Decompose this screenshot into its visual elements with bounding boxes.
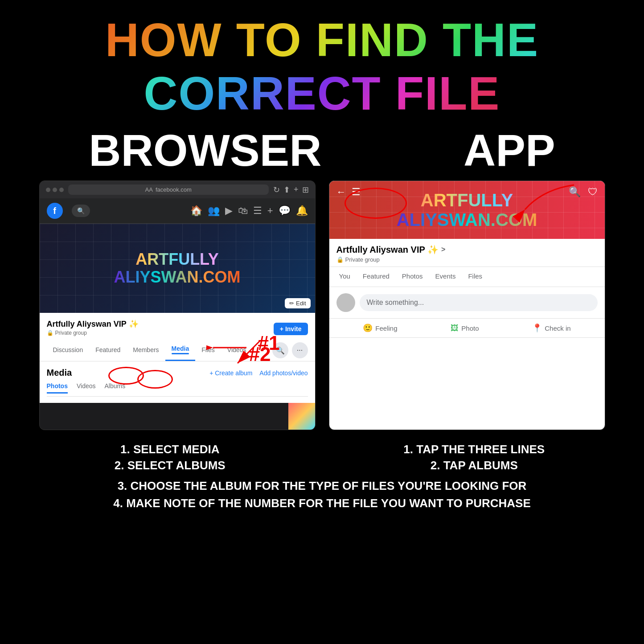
app-group-chevron: >	[441, 246, 445, 254]
lock-icon: 🔒	[47, 330, 53, 336]
tab-discussion[interactable]: Discussion	[47, 341, 90, 360]
browser-instr-1: 1. SELECT MEDIA	[33, 441, 307, 457]
fb-nav-icons: 🏠 👥 ▶ 🛍 ☰ + 💬 🔔	[190, 205, 308, 217]
subtab-photos[interactable]: Photos	[47, 382, 68, 394]
photo-action[interactable]: 🖼 Photo	[451, 323, 479, 333]
app-tab-photos[interactable]: Photos	[396, 267, 429, 287]
app-shield-icon[interactable]: 🛡	[588, 186, 598, 198]
browser-private-label: 🔒 Private group	[47, 330, 139, 336]
app-instructions: 1. TAP THE THREE LINES 2. TAP ALBUMS	[337, 441, 611, 474]
media-header: Media + Create album Add photos/video	[47, 368, 308, 378]
plus-icon: +	[294, 185, 299, 195]
plus-nav-icon: +	[267, 205, 273, 217]
browser-screenshot: AA facebook.com ↻ ⬆ + ⊞ f 🔍 🏠	[39, 180, 316, 430]
tab-members[interactable]: Members	[127, 341, 165, 360]
media-title: Media	[47, 368, 72, 378]
home-icon: 🏠	[190, 205, 202, 217]
people-icon: 👥	[208, 205, 220, 217]
fb-search: 🔍	[72, 205, 90, 217]
app-back-icon[interactable]: ←	[336, 186, 346, 198]
app-tab-events[interactable]: Events	[429, 267, 462, 287]
browser-url-bar: AA facebook.com	[68, 185, 269, 195]
photo-action-icon: 🖼	[451, 324, 459, 333]
checkin-icon: 📍	[532, 323, 542, 333]
app-tab-files[interactable]: Files	[462, 267, 488, 287]
browser-icons-right: ↻ ⬆ + ⊞	[273, 185, 309, 195]
edit-button[interactable]: ✏ Edit	[285, 298, 310, 308]
refresh-icon: ↻	[273, 185, 280, 195]
shared-instr-4: 4. MAKE NOTE OF THE NUMBER FOR THE FILE …	[27, 495, 617, 512]
media-section: Media + Create album Add photos/video Ph…	[40, 361, 315, 403]
grid-icon: ⊞	[302, 185, 309, 195]
app-user-avatar	[336, 293, 355, 312]
app-tab-featured[interactable]: Featured	[357, 267, 396, 287]
feeling-emoji-icon: 🙂	[363, 323, 373, 333]
app-private-label: 🔒 Private group	[336, 256, 598, 263]
browser-top-bar: AA facebook.com ↻ ⬆ + ⊞	[40, 181, 315, 198]
browser-dot-1	[46, 188, 50, 192]
messenger-icon: 💬	[279, 205, 291, 217]
cover-brand-text: ARTFULLY ALIYSWAN.COM	[114, 250, 241, 286]
app-post-box: Write something...	[329, 287, 605, 319]
url-text: facebook.com	[156, 186, 192, 193]
app-label: APP	[464, 125, 555, 176]
app-group-info: Artfully Aliyswan VIP ✨ > 🔒 Private grou…	[329, 239, 605, 267]
browser-dots	[46, 188, 64, 192]
menu-icon: ☰	[253, 205, 262, 217]
fb-nav: f 🔍 🏠 👥 ▶ 🛍 ☰ + 💬 🔔	[40, 198, 315, 224]
fb-cover: ARTFULLY ALIYSWAN.COM ✏ Edit	[40, 224, 315, 313]
app-lock-icon: 🔒	[336, 256, 344, 263]
tab-featured[interactable]: Featured	[89, 341, 127, 360]
add-photos-btn[interactable]: Add photos/video	[259, 369, 308, 377]
browser-instr-2: 2. SELECT ALBUMS	[33, 457, 307, 473]
screenshots-row: AA facebook.com ↻ ⬆ + ⊞ f 🔍 🏠	[18, 180, 626, 430]
section-labels: BROWSER APP	[18, 125, 626, 176]
app-instr-1: 1. TAP THE THREE LINES	[337, 441, 611, 457]
app-action-bar: 🙂 Feeling 🖼 Photo 📍 Check in	[329, 319, 605, 338]
photo-label: Photo	[461, 324, 479, 332]
feeling-action[interactable]: 🙂 Feeling	[363, 323, 397, 333]
app-tab-you[interactable]: You	[333, 267, 357, 287]
browser-group-title: Artfully Aliyswan VIP ✨	[47, 319, 139, 329]
video-icon: ▶	[225, 205, 233, 217]
app-tabs: You Featured Photos Events Files	[329, 267, 605, 287]
feeling-label: Feeling	[375, 324, 397, 332]
annotation-number-2: #2	[249, 343, 271, 365]
tab-media[interactable]: Media	[165, 340, 196, 361]
app-arrow	[498, 180, 578, 234]
brand-line2: ALIYSWAN.COM	[114, 268, 241, 286]
more-tab-btn[interactable]: ···	[292, 342, 308, 358]
app-group-title: Artfully Aliyswan VIP ✨ >	[336, 244, 598, 255]
shared-instr-3: 3. CHOOSE THE ALBUM FOR THE TYPE OF FILE…	[27, 477, 617, 495]
browser-instructions: 1. SELECT MEDIA 2. SELECT ALBUMS	[33, 441, 307, 474]
app-post-input[interactable]: Write something...	[360, 294, 598, 311]
app-instr-2: 2. TAP ALBUMS	[337, 457, 611, 473]
browser-label: BROWSER	[89, 125, 321, 176]
title-row: HOW TO FIND THE CORRECT FILE	[18, 13, 626, 120]
brand-line1: ARTFULLY	[114, 250, 241, 268]
main-title: HOW TO FIND THE CORRECT FILE	[105, 14, 539, 119]
bell-icon: 🔔	[296, 205, 308, 217]
browser-dot-2	[53, 188, 57, 192]
main-container: HOW TO FIND THE CORRECT FILE BROWSER APP…	[0, 0, 644, 644]
media-subtabs: Photos Videos Albums	[47, 382, 308, 397]
subtab-videos[interactable]: Videos	[77, 382, 96, 394]
checkin-action[interactable]: 📍 Check in	[532, 323, 570, 333]
bottom-instructions-row: 1. SELECT MEDIA 2. SELECT ALBUMS 1. TAP …	[18, 441, 626, 474]
fb-logo: f	[47, 203, 63, 219]
albums-subtab-circle	[108, 367, 144, 385]
thumbnail-image	[288, 403, 315, 430]
full-instructions: 3. CHOOSE THE ALBUM FOR THE TYPE OF FILE…	[18, 474, 626, 512]
app-screenshot-wrap: ARTFULLY ALIYSWAN.COM ← ☰ 🔍 🛡	[329, 180, 605, 430]
browser-screenshot-wrap: AA facebook.com ↻ ⬆ + ⊞ f 🔍 🏠	[39, 180, 316, 430]
browser-dot-3	[59, 188, 64, 192]
share-icon: ⬆	[283, 185, 290, 195]
arrow-2	[206, 334, 251, 361]
hamburger-circle	[345, 188, 407, 219]
aa-label: AA	[145, 186, 153, 193]
store-icon: 🛍	[238, 205, 248, 217]
checkin-label: Check in	[545, 324, 570, 332]
